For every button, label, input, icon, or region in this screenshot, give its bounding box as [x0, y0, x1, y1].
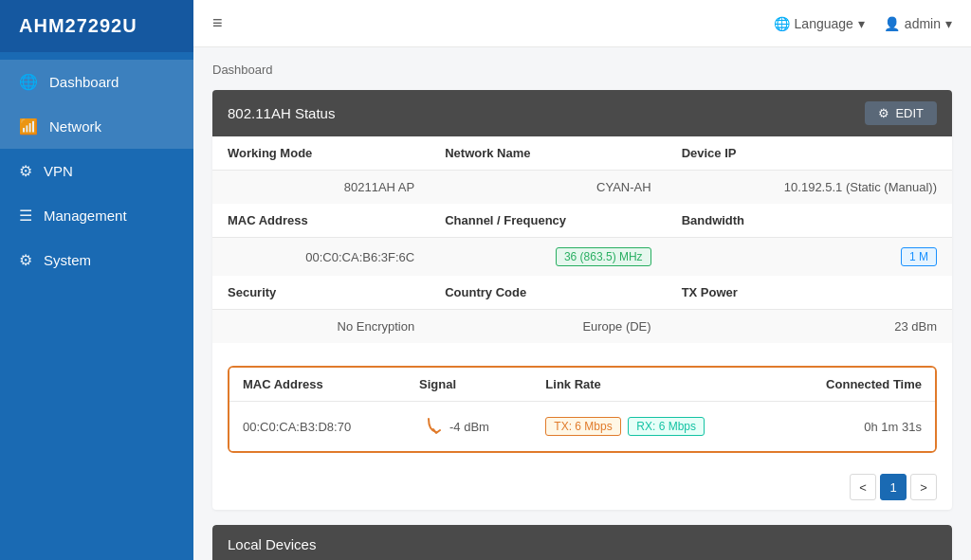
sidebar-item-network[interactable]: 📶 Network [0, 104, 193, 149]
status-card: 802.11AH Status ⚙ EDIT Working Mode Netw… [212, 90, 952, 510]
status-card-title: 802.11AH Status [228, 105, 335, 121]
table-row: 80211AH AP CYAN-AH 10.192.5.1 (Static (M… [212, 171, 952, 205]
sidebar-item-vpn[interactable]: ⚙ VPN [0, 149, 193, 193]
sidebar-nav: 🌐 Dashboard 📶 Network ⚙ VPN ☰ Management… [0, 52, 193, 282]
clients-col-connected-time: Connected Time [775, 368, 935, 402]
edit-button[interactable]: ⚙ EDIT [865, 101, 937, 125]
status-card-body: Working Mode Network Name Device IP 8021… [212, 136, 952, 510]
sidebar-item-management[interactable]: ☰ Management [0, 193, 193, 238]
breadcrumb: Dashboard [212, 63, 952, 77]
network-name-value: CYAN-AH [430, 171, 666, 205]
client-connected-time: 0h 1m 31s [775, 402, 935, 452]
user-icon: 👤 [884, 16, 900, 31]
local-devices-header: Local Devices [212, 525, 952, 560]
sidebar-logo: AHM27292U [0, 0, 193, 52]
lang-chevron-icon: ▾ [858, 16, 865, 31]
security-value: No Encryption [212, 310, 430, 344]
clients-col-mac: MAC Address [229, 368, 406, 402]
col-tx-power: TX Power [667, 276, 952, 310]
sidebar-item-label: Management [44, 208, 127, 224]
table-row: 00:C0:CA:B6:3F:6C 36 (863.5) MHz 1 M [212, 238, 952, 277]
user-chevron-icon: ▾ [945, 16, 952, 31]
management-icon: ☰ [19, 207, 32, 225]
main-content: ≡ 🌐 Language ▾ 👤 admin ▾ Dashboard 802.1… [193, 0, 971, 560]
country-code-value: Europe (DE) [430, 310, 666, 344]
prev-page-button[interactable]: < [850, 474, 876, 500]
sidebar-item-system[interactable]: ⚙ System [0, 238, 193, 282]
topbar-right: 🌐 Language ▾ 👤 admin ▾ [774, 16, 952, 31]
client-row: 00:C0:CA:B3:D8:70 - [229, 402, 935, 452]
arrow-down-icon [419, 413, 446, 440]
sidebar-item-label: System [44, 252, 91, 268]
next-page-button[interactable]: > [910, 474, 937, 500]
col-mac-address: MAC Address [212, 204, 430, 238]
clients-wrapper: MAC Address Signal Link Rate Connected T… [212, 343, 952, 510]
topbar-left: ≡ [212, 13, 223, 33]
col-working-mode: Working Mode [212, 136, 430, 171]
col-bandwidth: Bandwidth [667, 204, 952, 238]
clients-table: MAC Address Signal Link Rate Connected T… [229, 368, 935, 451]
language-label: Language [795, 16, 853, 31]
tx-power-value: 23 dBm [667, 310, 952, 344]
signal-value: -4 dBm [449, 420, 489, 434]
network-icon: 📶 [19, 117, 38, 135]
col-channel-freq: Channel / Frequency [430, 204, 666, 238]
client-mac: 00:C0:CA:B3:D8:70 [229, 402, 406, 452]
col-country-code: Country Code [430, 276, 666, 310]
clients-col-signal: Signal [406, 368, 532, 402]
clients-section: MAC Address Signal Link Rate Connected T… [228, 366, 937, 453]
edit-label: EDIT [895, 106, 924, 120]
sidebar: AHM27292U 🌐 Dashboard 📶 Network ⚙ VPN ☰ … [0, 0, 193, 560]
page-content: Dashboard 802.11AH Status ⚙ EDIT Working… [193, 47, 971, 560]
col-security: Security [212, 276, 430, 310]
client-signal: -4 dBm [406, 402, 532, 452]
hamburger-icon[interactable]: ≡ [212, 13, 223, 33]
language-selector[interactable]: 🌐 Language ▾ [774, 16, 865, 31]
col-network-name: Network Name [430, 136, 666, 171]
working-mode-value: 80211AH AP [212, 171, 430, 205]
status-table: Working Mode Network Name Device IP 8021… [212, 136, 952, 343]
user-menu[interactable]: 👤 admin ▾ [884, 16, 952, 31]
channel-badge: 36 (863.5) MHz [556, 247, 651, 266]
tx-badge: TX: 6 Mbps [545, 417, 620, 436]
topbar: ≡ 🌐 Language ▾ 👤 admin ▾ [193, 0, 971, 47]
signal-cell: -4 dBm [419, 413, 519, 440]
globe-icon: 🌐 [774, 16, 790, 31]
client-link-rate: TX: 6 Mbps RX: 6 Mbps [532, 402, 775, 452]
status-card-header: 802.11AH Status ⚙ EDIT [212, 90, 952, 136]
edit-gear-icon: ⚙ [878, 106, 889, 120]
mac-address-value: 00:C0:CA:B6:3F:6C [212, 238, 430, 277]
local-devices-card: Local Devices [212, 525, 952, 560]
clients-col-link-rate: Link Rate [532, 368, 775, 402]
sidebar-item-label: VPN [44, 163, 73, 179]
sidebar-item-label: Dashboard [49, 74, 119, 90]
user-label: admin [905, 16, 941, 31]
bandwidth-value: 1 M [667, 238, 952, 277]
table-row: No Encryption Europe (DE) 23 dBm [212, 310, 952, 344]
bandwidth-badge: 1 M [901, 247, 937, 266]
pagination: < 1 > [212, 464, 952, 510]
vpn-icon: ⚙ [19, 162, 32, 180]
col-device-ip: Device IP [667, 136, 952, 171]
sidebar-item-label: Network [49, 118, 101, 135]
current-page-button[interactable]: 1 [880, 474, 907, 500]
device-ip-value: 10.192.5.1 (Static (Manual)) [667, 171, 952, 205]
rx-badge: RX: 6 Mbps [628, 417, 705, 436]
sidebar-item-dashboard[interactable]: 🌐 Dashboard [0, 60, 193, 104]
dashboard-icon: 🌐 [19, 73, 38, 91]
system-icon: ⚙ [19, 251, 32, 269]
channel-freq-value: 36 (863.5) MHz [430, 238, 666, 277]
